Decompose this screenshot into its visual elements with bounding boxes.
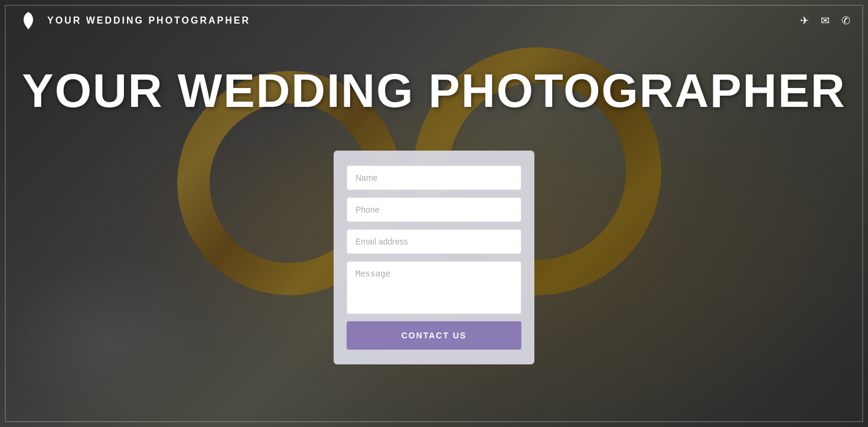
message-input[interactable] [347,261,521,314]
phone-input[interactable] [347,197,521,222]
header: YOUR WEDDING PHOTOGRAPHER ✈ ✉ ✆ [0,0,868,41]
phone-icon[interactable]: ✆ [841,14,850,27]
contact-form-card: CONTACT US [334,151,534,364]
hero-section: YOUR WEDDING PHOTOGRAPHER [0,65,868,117]
email-input[interactable] [347,229,521,254]
hero-title: YOUR WEDDING PHOTOGRAPHER [0,65,868,117]
name-input[interactable] [347,165,521,190]
email-icon[interactable]: ✉ [821,14,830,27]
header-actions: ✈ ✉ ✆ [800,14,850,27]
logo-icon [18,10,39,31]
contact-us-button[interactable]: CONTACT US [347,321,521,350]
page-wrapper: YOUR WEDDING PHOTOGRAPHER ✈ ✉ ✆ YOUR WED… [0,0,868,427]
brand-name: YOUR WEDDING PHOTOGRAPHER [47,15,250,26]
location-icon[interactable]: ✈ [800,14,809,27]
header-brand: YOUR WEDDING PHOTOGRAPHER [18,10,250,31]
svg-point-0 [27,15,30,21]
